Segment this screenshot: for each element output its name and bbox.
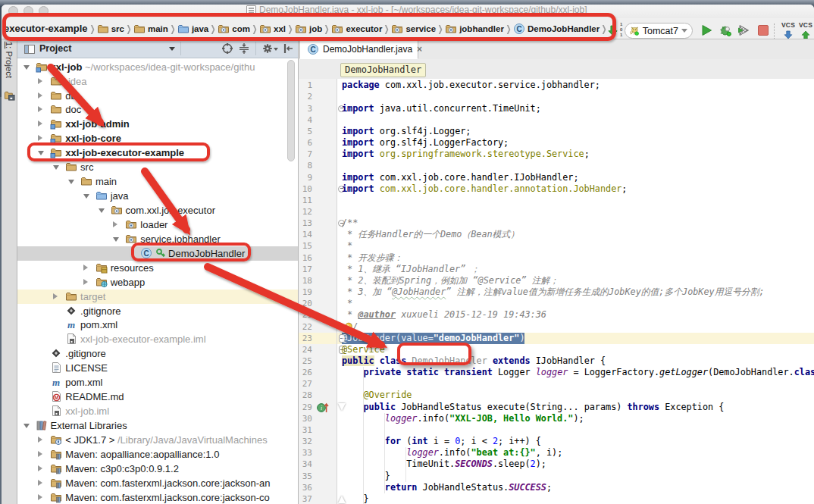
tree-row-Maven-aopalliance-aopalliance-1.0[interactable]: Maven: aopalliance:aopalliance:1.0	[17, 447, 298, 462]
tree-row-xxl-job[interactable]: xxl-job ~/workspaces/idea-git-workspace/…	[17, 60, 298, 74]
tree-expander-right-icon[interactable]	[38, 135, 42, 141]
locate-file-button[interactable]	[221, 42, 233, 55]
tree-scrollbar[interactable]	[287, 60, 295, 161]
code-line-29[interactable]: 29 public JobHandleStatus execute(String…	[299, 402, 814, 414]
code-line-26[interactable]: 26 private static transient Logger logge…	[299, 367, 814, 379]
code-line-5[interactable]: 5import org.slf4j.Logger;	[299, 126, 814, 138]
code-line-12[interactable]: 12	[299, 206, 814, 218]
tree-row-Maven-c3p0-c3p0-0.9.1.2[interactable]: Maven: c3p0:c3p0:0.9.1.2	[17, 462, 298, 476]
tree-row-target[interactable]: target	[17, 290, 298, 304]
code-line-1[interactable]: 1package com.xxl.job.executor.service.jo…	[299, 80, 814, 92]
code-line-25[interactable]: 25public class DemoJobHandler extends IJ…	[299, 355, 814, 368]
code-line-7[interactable]: 7import org.springframework.stereotype.S…	[299, 149, 814, 161]
code-line-9[interactable]: 9import com.xxl.job.core.handler.IJobHan…	[299, 172, 814, 184]
tree-row-com.xxl.job.executor[interactable]: com.xxl.job.executor	[17, 203, 298, 218]
tree-expander-down-icon[interactable]	[23, 424, 30, 428]
code-line-15[interactable]: 15 *	[299, 240, 814, 252]
editor-breadcrumb-chip[interactable]: DemoJobHandler	[340, 63, 426, 77]
tree-row-.idea[interactable]: .idea	[17, 74, 298, 89]
code-line-18[interactable]: 18 * 2、装配到Spring，例如加 “@Service” 注解；	[299, 275, 814, 287]
tree-row-README.md[interactable]: README.md	[17, 390, 298, 404]
code-line-13[interactable]: 13/**	[299, 218, 814, 230]
tree-row-doc[interactable]: doc	[17, 102, 298, 117]
tree-expander-down-icon[interactable]	[68, 180, 74, 184]
tree-expander-right-icon[interactable]	[53, 293, 58, 299]
tree-expander-right-icon[interactable]	[38, 451, 42, 457]
code-editor[interactable]: 1package com.xxl.job.executor.service.jo…	[299, 79, 814, 504]
code-line-3[interactable]: 3import java.util.concurrent.TimeUnit;	[299, 103, 814, 115]
tree-expander-down-icon[interactable]	[23, 65, 30, 70]
code-line-22[interactable]: 22 */	[299, 321, 814, 333]
code-line-34[interactable]: 34 TimeUnit.SECONDS.sleep(2);	[299, 459, 814, 471]
collapse-all-button[interactable]	[238, 42, 250, 55]
tree-row-LICENSE[interactable]: LICENSE	[17, 361, 298, 375]
code-line-33[interactable]: 33 logger.info("beat at:{}", i);	[299, 447, 814, 459]
tree-row-src[interactable]: src	[17, 160, 298, 174]
code-line-31[interactable]: 31	[299, 424, 814, 437]
tree-expander-down-icon[interactable]	[83, 194, 89, 199]
tree-row-loader[interactable]: loader	[17, 218, 298, 232]
code-line-16[interactable]: 16 * 开发步骤：	[299, 252, 814, 265]
tree-row-.gitignore[interactable]: .gitignore	[17, 304, 298, 318]
stop-button[interactable]	[756, 23, 770, 37]
code-line-24[interactable]: 24@Service	[299, 344, 814, 356]
project-view-dropdown[interactable]	[169, 47, 175, 51]
code-line-36[interactable]: 36 return JobHandleStatus.SUCCESS;	[299, 482, 814, 494]
code-line-23[interactable]: 23@JobHander(value="demoJobHandler")	[299, 333, 814, 345]
tree-expander-right-icon[interactable]	[83, 265, 88, 271]
tree-expander-right-icon[interactable]	[38, 480, 42, 486]
run-configuration-select[interactable]: Tomcat7	[625, 23, 693, 39]
tree-row-webapp[interactable]: webapp	[17, 275, 298, 290]
code-line-17[interactable]: 17 * 1、继承 “IJobHandler” ；	[299, 264, 814, 276]
tree-row--JDK1.7-[interactable]: < JDK1.7 > /Library/Java/JavaVirtualMach…	[17, 433, 298, 447]
code-line-35[interactable]: 35 }	[299, 471, 814, 483]
code-line-19[interactable]: 19 * 3、加 “@JobHander” 注解，注解value值为新增任务生成…	[299, 286, 814, 299]
tab-demojobhandler[interactable]: DemoJobHandler.java ×	[299, 39, 418, 59]
code-line-28[interactable]: 28 @Override	[299, 390, 814, 402]
tree-row-main[interactable]: main	[17, 174, 298, 189]
code-line-21[interactable]: 21 * @author xuxueli 2015-12-19 19:43:36	[299, 309, 814, 321]
tree-expander-down-icon[interactable]	[53, 165, 59, 170]
code-line-20[interactable]: 20 *	[299, 298, 814, 310]
tree-expander-right-icon[interactable]	[38, 121, 42, 127]
project-tool-window-button[interactable]: 1: Project	[5, 33, 14, 86]
tree-row-pom.xml[interactable]: pom.xml	[17, 375, 298, 390]
debug-button[interactable]	[719, 23, 732, 37]
tree-row-.gitignore[interactable]: .gitignore	[17, 346, 298, 361]
tree-expander-right-icon[interactable]	[113, 221, 117, 227]
tree-expander-right-icon[interactable]	[83, 279, 88, 285]
tab-close-icon[interactable]: ×	[417, 44, 422, 55]
code-line-27[interactable]: 27	[299, 378, 814, 390]
project-tool-window-icon[interactable]	[4, 89, 15, 101]
gear-dropdown-icon[interactable]	[274, 48, 278, 51]
tree-expander-right-icon[interactable]	[38, 78, 42, 84]
tree-expander-right-icon[interactable]	[38, 92, 42, 99]
code-line-11[interactable]: 11	[299, 195, 814, 207]
run-button[interactable]	[700, 23, 713, 37]
tree-expander-right-icon[interactable]	[38, 437, 42, 443]
tree-row-xxl-job.iml[interactable]: xxl-job.iml	[17, 404, 298, 418]
code-line-4[interactable]: 4	[299, 114, 814, 127]
code-line-10[interactable]: 10import com.xxl.job.core.handler.annota…	[299, 183, 814, 196]
code-line-6[interactable]: 6import org.slf4j.LoggerFactory;	[299, 137, 814, 149]
code-line-30[interactable]: 30 logger.info("XXL-JOB, Hello World.");	[299, 413, 814, 425]
tree-row-Maven-com.fasterxml.jackson.core-jackson-an[interactable]: Maven: com.fasterxml.jackson.core:jackso…	[17, 476, 298, 490]
tree-row-pom.xml[interactable]: pom.xml	[17, 318, 298, 332]
hide-panel-button[interactable]	[282, 42, 294, 55]
tree-row-External-Libraries[interactable]: External Libraries	[17, 418, 298, 433]
tree-expander-down-icon[interactable]	[99, 208, 105, 213]
code-line-2[interactable]: 2	[299, 91, 814, 103]
tree-row-Maven-com.fasterxml.jackson.core-jackson-co[interactable]: Maven: com.fasterxml.jackson.core:jackso…	[17, 490, 298, 504]
tree-row-java[interactable]: java	[17, 189, 298, 203]
intention-bulb-icon[interactable]	[343, 322, 354, 333]
tree-expander-right-icon[interactable]	[38, 106, 42, 112]
code-line-37[interactable]: 37 }	[299, 493, 814, 504]
run-with-coverage-button[interactable]	[737, 23, 750, 37]
tree-expander-down-icon[interactable]	[113, 237, 119, 242]
tree-expander-right-icon[interactable]	[38, 494, 42, 500]
code-line-32[interactable]: 32 for (int i = 0; i < 2; i++) {	[299, 436, 814, 448]
tree-row-db[interactable]: db	[17, 89, 298, 103]
overrides-method-gutter-icon[interactable]	[316, 402, 330, 414]
tree-expander-right-icon[interactable]	[38, 465, 42, 471]
tree-row-xxl-job-admin[interactable]: xxl-job-admin	[17, 117, 298, 131]
